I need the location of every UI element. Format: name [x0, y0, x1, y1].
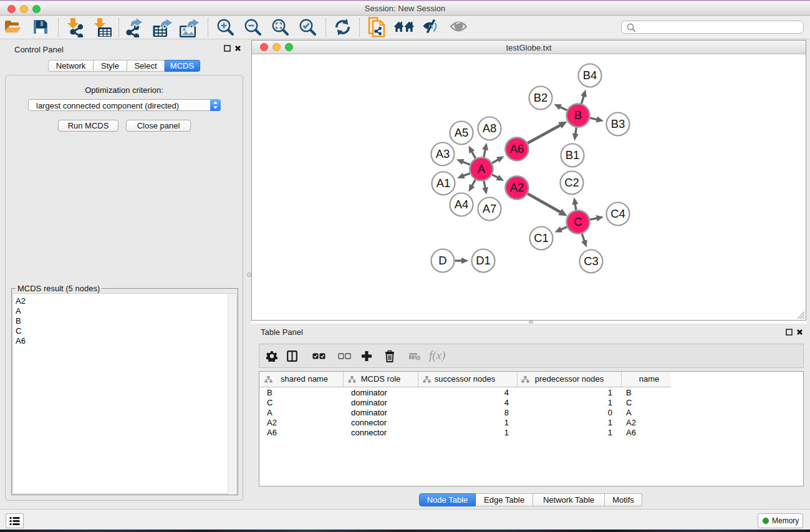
- svg-text:B1: B1: [566, 148, 580, 162]
- svg-text:A4: A4: [455, 198, 469, 211]
- svg-text:A5: A5: [455, 126, 469, 139]
- svg-text:C1: C1: [534, 231, 549, 244]
- svg-text:C: C: [574, 215, 582, 228]
- svg-text:A6: A6: [510, 142, 524, 155]
- svg-text:C4: C4: [610, 207, 625, 220]
- svg-text:D1: D1: [476, 254, 491, 267]
- svg-text:A: A: [478, 162, 486, 175]
- svg-text:A8: A8: [483, 122, 497, 135]
- svg-text:B2: B2: [534, 91, 548, 104]
- svg-text:A1: A1: [436, 177, 451, 190]
- svg-text:C3: C3: [584, 254, 599, 268]
- svg-text:D: D: [438, 254, 446, 267]
- svg-text:A2: A2: [510, 181, 524, 194]
- svg-text:A7: A7: [483, 202, 497, 215]
- svg-text:B: B: [574, 109, 582, 122]
- svg-text:B4: B4: [583, 69, 597, 82]
- svg-text:C2: C2: [564, 176, 579, 189]
- svg-text:B3: B3: [611, 117, 625, 130]
- svg-text:A3: A3: [436, 147, 450, 160]
